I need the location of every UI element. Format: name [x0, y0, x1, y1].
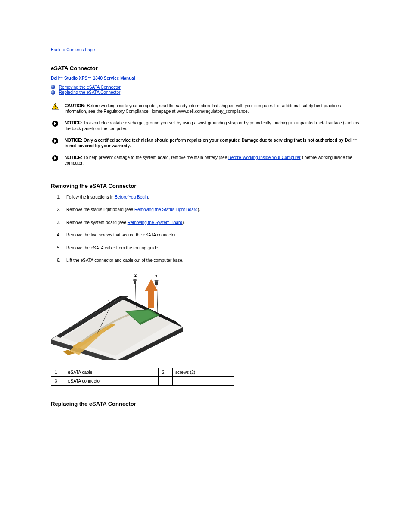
step-text-post: ). — [182, 220, 185, 225]
callout-num-cell: 2 — [159, 368, 173, 376]
callout-label-cell — [173, 376, 234, 385]
step-2: Remove the status light board (see Remov… — [51, 207, 360, 213]
notice-icon — [51, 120, 59, 127]
notice-text: NOTICE: To help prevent damage to the sy… — [65, 155, 360, 166]
caution-notice: CAUTION: Before working inside your comp… — [51, 103, 360, 114]
step-text-post: ). — [198, 207, 200, 212]
notice-link[interactable]: Before Working Inside Your Computer — [228, 155, 301, 160]
callout-label-cell: screws (2) — [173, 368, 234, 376]
table-row: 3 eSATA connector — [51, 376, 234, 385]
step-4: Remove the two screws that secure the eS… — [51, 232, 360, 238]
callout-3: 3 — [155, 274, 157, 278]
callout-2: 2 — [134, 273, 137, 277]
notice-technician: NOTICE: Only a certified service technic… — [51, 137, 360, 149]
notice-esd: NOTICE: To avoid electrostatic discharge… — [51, 120, 360, 131]
callout-label-cell: eSATA connector — [65, 376, 159, 385]
notice-label: NOTICE: — [65, 138, 82, 143]
step-link[interactable]: Before You Begin — [115, 195, 148, 199]
step-text-pre: Follow the instructions in — [66, 195, 115, 199]
notice-body-bold: Only a certified service technician shou… — [65, 138, 357, 148]
caution-text: CAUTION: Before working inside your comp… — [65, 103, 360, 114]
divider — [51, 390, 360, 390]
step-text-pre: Remove the status light board (see — [66, 207, 134, 212]
manual-subtitle: Dell™ Studio XPS™ 1340 Service Manual — [51, 76, 360, 81]
step-text-post: . — [148, 195, 149, 199]
callout-1: 1 — [108, 299, 110, 303]
svg-rect-1 — [55, 105, 56, 107]
callout-num-cell — [159, 376, 173, 385]
removal-steps: Follow the instructions in Before You Be… — [51, 194, 360, 264]
notice-body: To avoid electrostatic discharge, ground… — [65, 121, 359, 131]
table-of-contents: Removing the eSATA Connector Replacing t… — [51, 85, 360, 95]
svg-rect-2 — [55, 108, 56, 109]
caution-label: CAUTION: — [65, 103, 86, 108]
notice-icon — [51, 137, 59, 144]
svg-point-26 — [155, 280, 159, 282]
step-3: Remove the system board (see Removing th… — [51, 220, 360, 226]
caution-icon — [51, 103, 59, 110]
notice-label: NOTICE: — [65, 121, 82, 125]
notice-label: NOTICE: — [65, 155, 82, 160]
caution-body: Before working inside your computer, rea… — [65, 103, 341, 114]
page-title: eSATA Connector — [51, 65, 360, 72]
laptop-svg — [51, 271, 184, 360]
toc-link-remove[interactable]: Removing the eSATA Connector — [59, 85, 121, 90]
step-text-pre: Remove the system board (see — [66, 220, 128, 225]
step-link[interactable]: Removing the Status Light Board — [134, 207, 198, 212]
notice-battery: NOTICE: To help prevent damage to the sy… — [51, 155, 360, 166]
callout-num-cell: 3 — [51, 376, 65, 385]
step-1: Follow the instructions in Before You Be… — [51, 194, 360, 200]
notice-body-pre: To help prevent damage to the system boa… — [84, 155, 228, 160]
section-title-removing: Removing the eSATA Connector — [51, 183, 360, 189]
toc-item: Removing the eSATA Connector — [51, 85, 360, 90]
toc-item: Replacing the eSATA Connector — [51, 90, 360, 95]
toc-link-replace[interactable]: Replacing the eSATA Connector — [59, 90, 121, 95]
bullet-icon — [51, 85, 55, 89]
notice-text: NOTICE: Only a certified service technic… — [65, 137, 360, 149]
disassembly-image: 1 2 3 — [51, 271, 184, 360]
callout-label-cell: eSATA cable — [65, 368, 159, 376]
page-root: Back to Contents Page eSATA Connector De… — [0, 0, 411, 532]
step-link[interactable]: Removing the System Board — [128, 220, 182, 225]
svg-line-22 — [157, 280, 158, 313]
notice-icon — [51, 155, 59, 162]
callout-num-cell: 1 — [51, 368, 65, 376]
parts-callout-table: 1 eSATA cable 2 screws (2) 3 eSATA conne… — [51, 368, 234, 386]
divider — [51, 172, 360, 172]
section-title-replacing: Replacing the eSATA Connector — [51, 401, 360, 407]
notice-text: NOTICE: To avoid electrostatic discharge… — [65, 120, 360, 131]
bullet-icon — [51, 90, 55, 95]
back-to-contents-link[interactable]: Back to Contents Page — [51, 47, 95, 52]
table-row: 1 eSATA cable 2 screws (2) — [51, 368, 234, 376]
svg-point-24 — [133, 279, 137, 281]
step-5: Remove the eSATA cable from the routing … — [51, 245, 360, 251]
svg-rect-19 — [148, 290, 154, 308]
step-6: Lift the eSATA connector and cable out o… — [51, 258, 360, 264]
